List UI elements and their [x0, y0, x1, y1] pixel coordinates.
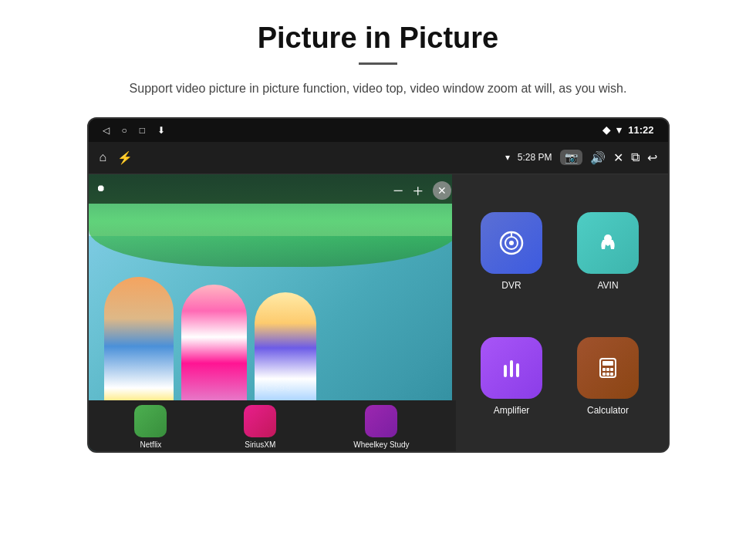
location-icon: ◆ [602, 124, 610, 136]
siriusxm-label: SiriusXM [245, 440, 275, 449]
svg-rect-17 [610, 373, 613, 376]
person-3 [255, 292, 316, 416]
svg-rect-16 [606, 373, 609, 376]
page-title: Picture in Picture [258, 22, 499, 55]
app-item-netflix[interactable]: Netflix [134, 405, 167, 449]
calculator-label: Calculator [587, 405, 629, 416]
pip-controls-bar: ⏺ − + ✕ [89, 174, 459, 204]
apps-grid: DVR AVIN [452, 174, 668, 453]
pip-plus-button[interactable]: + [413, 180, 424, 201]
volume-icon[interactable]: 🔊 [590, 150, 606, 165]
svg-rect-7 [504, 365, 507, 377]
wifi-nav-icon: ▾ [505, 152, 510, 163]
pip-record-icon: ⏺ [96, 183, 106, 194]
pip-minus-button[interactable]: − [393, 180, 403, 201]
nav-bar: ⌂ ⚡ ▾ 5:28 PM 📷 🔊 ✕ ⧉ ↩ [89, 142, 668, 174]
svg-rect-8 [510, 360, 513, 377]
wifi-icon: ▾ [616, 124, 622, 136]
avin-svg-icon [594, 229, 622, 257]
svg-point-5 [602, 240, 606, 243]
download-icon: ⬇ [157, 125, 165, 136]
calculator-svg-icon [594, 354, 622, 382]
svg-rect-13 [606, 368, 609, 371]
calculator-icon-bg [577, 337, 639, 399]
dvr-label: DVR [501, 280, 521, 291]
siriusxm-icon [244, 405, 276, 437]
main-area: ⏺ − + ✕ ⏮ ⏪ ⏸ ⏩ ⏭ VIC299 [89, 174, 668, 453]
svg-rect-15 [602, 373, 606, 376]
title-divider [359, 62, 397, 65]
wheelkey-label: Wheelkey Study [353, 440, 409, 449]
home-icon[interactable]: ⌂ [100, 150, 107, 164]
person-1 [104, 277, 174, 416]
app-item-wheelkey[interactable]: Wheelkey Study [353, 405, 409, 449]
amplifier-icon-bg [481, 337, 542, 399]
svg-point-6 [610, 240, 613, 243]
close-icon[interactable]: ✕ [613, 150, 623, 165]
svg-point-2 [509, 241, 514, 245]
pip-resize-controls: − + ✕ [393, 180, 451, 201]
home-circle-icon[interactable]: ○ [122, 125, 127, 136]
people-group [104, 277, 316, 416]
app-item-siriusxm[interactable]: SiriusXM [244, 405, 276, 449]
page-subtitle: Support video picture in picture functio… [130, 79, 627, 99]
device-frame: ◁ ○ □ ⬇ ◆ ▾ 11:22 ⌂ ⚡ ▾ 5:28 PM 📷 🔊 [87, 117, 670, 453]
svg-rect-9 [516, 363, 519, 377]
person-2 [181, 285, 247, 416]
app-item-calculator[interactable]: Calculator [560, 314, 656, 439]
svg-rect-12 [602, 368, 606, 371]
netflix-icon [134, 405, 167, 437]
camera-icon[interactable]: 📷 [560, 150, 582, 165]
app-item-avin[interactable]: AVIN [560, 190, 656, 315]
bottom-apps-row: Netflix SiriusXM Wheelkey Study [89, 400, 456, 453]
back-nav-icon[interactable]: ◁ [103, 125, 110, 136]
dvr-svg-icon [498, 229, 525, 257]
wheelkey-icon [365, 405, 397, 437]
avin-icon-bg [577, 212, 639, 274]
status-time: 11:22 [628, 124, 653, 136]
status-bar-left: ◁ ○ □ ⬇ [103, 125, 166, 136]
dvr-icon-bg [481, 212, 542, 274]
app-item-dvr[interactable]: DVR [464, 190, 560, 315]
pip-icon[interactable]: ⧉ [631, 150, 640, 164]
status-bar: ◁ ○ □ ⬇ ◆ ▾ 11:22 [89, 119, 668, 142]
nav-time: 5:28 PM [518, 152, 552, 163]
pip-close-button[interactable]: ✕ [433, 181, 451, 200]
status-bar-right: ◆ ▾ 11:22 [602, 124, 653, 136]
netflix-label: Netflix [140, 440, 162, 449]
app-item-amplifier[interactable]: Amplifier [464, 314, 560, 439]
svg-rect-14 [610, 368, 613, 371]
amplifier-svg-icon [498, 354, 525, 382]
avin-label: AVIN [597, 280, 618, 291]
page-content: Picture in Picture Support video picture… [0, 0, 756, 453]
nav-bar-right: ▾ 5:28 PM 📷 🔊 ✕ ⧉ ↩ [505, 150, 657, 165]
amplifier-label: Amplifier [494, 405, 530, 416]
usb-icon[interactable]: ⚡ [117, 150, 133, 165]
nav-bar-left: ⌂ ⚡ [100, 150, 133, 165]
recents-square-icon[interactable]: □ [140, 125, 145, 136]
svg-rect-11 [602, 361, 613, 366]
back-icon[interactable]: ↩ [647, 150, 657, 165]
watermark: VIC299 [255, 383, 292, 393]
